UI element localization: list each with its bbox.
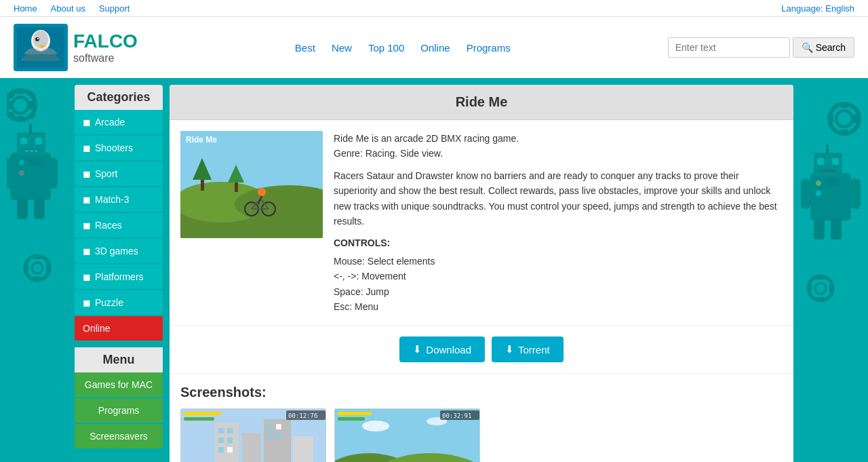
sidebar-item-3dgames[interactable]: ◼ 3D games [75, 239, 163, 263]
arcade-label: Arcade [95, 117, 125, 128]
shooters-icon: ◼ [83, 142, 91, 153]
screenshots-section: Screenshots: [170, 373, 793, 462]
language-selector: Language: English [781, 3, 854, 14]
svg-rect-32 [34, 199, 45, 219]
svg-rect-110 [801, 178, 810, 209]
game-desc2: Racers Sataur and Drawster know no barri… [334, 168, 783, 229]
svg-point-4 [35, 37, 39, 41]
nav-best[interactable]: Best [287, 39, 323, 56]
svg-rect-30 [28, 158, 42, 166]
left-decoration [7, 85, 68, 462]
races-label: Races [95, 220, 122, 231]
sidebar-item-shooters[interactable]: ◼ Shooters [75, 136, 163, 160]
svg-rect-37 [24, 264, 28, 272]
menu-item-programs[interactable]: Programs [75, 398, 163, 423]
races-icon: ◼ [83, 220, 91, 231]
svg-rect-8 [16, 89, 24, 94]
nav-about[interactable]: About us [51, 3, 85, 14]
menu-item-screensavers[interactable]: Screensavers [75, 424, 163, 448]
sidebar-item-arcade[interactable]: ◼ Arcade [75, 110, 163, 134]
download-button[interactable]: ⬇ Download [399, 336, 485, 362]
3dgames-label: 3D games [95, 246, 138, 256]
svg-point-25 [28, 119, 33, 124]
svg-rect-23 [35, 150, 37, 152]
svg-rect-62 [218, 438, 224, 443]
logo-brand: FALCO [73, 31, 138, 52]
search-input[interactable] [668, 37, 790, 58]
header: FALCO software Best New Top 100 Online P… [0, 17, 868, 78]
controls-label: CONTROLS: [334, 235, 783, 250]
sidebar-item-platformers[interactable]: ◼ Platformers [75, 265, 163, 289]
svg-rect-61 [227, 428, 233, 434]
torrent-button[interactable]: ⬇ Torrent [492, 336, 564, 362]
svg-point-113 [816, 191, 821, 196]
video-thumbnail[interactable]: Ride Me [180, 131, 323, 238]
svg-rect-75 [184, 417, 214, 421]
nav-online[interactable]: Online [412, 39, 458, 56]
svg-point-7 [12, 97, 28, 113]
sidebar-item-sport[interactable]: ◼ Sport [75, 161, 163, 186]
logo-area: FALCO software [14, 24, 138, 71]
svg-rect-94 [338, 417, 365, 421]
right-decoration [800, 85, 861, 462]
screenshot-2[interactable]: 00:32:91 [334, 408, 480, 462]
svg-rect-102 [852, 115, 858, 123]
svg-rect-9 [16, 116, 24, 121]
screenshot-1[interactable]: 00:12:76 [180, 408, 326, 462]
control-3: Space: Jump [334, 284, 783, 299]
svg-rect-18 [20, 138, 27, 145]
svg-rect-115 [814, 219, 825, 239]
nav-home[interactable]: Home [14, 3, 37, 14]
action-buttons: ⬇ Download ⬇ Torrent [170, 325, 793, 373]
arcade-icon: ◼ [83, 117, 91, 128]
torrent-label: Torrent [518, 344, 550, 355]
main-nav: Best New Top 100 Online Programs [287, 39, 519, 56]
download-label: Download [426, 344, 471, 355]
sidebar-item-online[interactable]: Online [75, 316, 163, 341]
online-label: Online [83, 323, 110, 334]
logo-text-area: FALCO software [73, 31, 138, 64]
svg-rect-74 [184, 412, 221, 415]
nav-new[interactable]: New [323, 39, 360, 56]
menu-item-games-mac[interactable]: Games for MAC [75, 372, 163, 397]
svg-rect-66 [268, 424, 273, 429]
screenshots-grid: 00:12:76 [180, 408, 783, 462]
logo-sub: software [73, 52, 138, 64]
svg-rect-26 [7, 158, 13, 189]
svg-rect-63 [227, 438, 233, 443]
nav-top100[interactable]: Top 100 [360, 39, 412, 56]
nav-support[interactable]: Support [99, 3, 130, 14]
main-wrapper: Categories ◼ Arcade ◼ Shooters ◼ Sport ◼… [0, 78, 868, 462]
categories-title: Categories [75, 85, 163, 110]
svg-rect-116 [831, 219, 842, 239]
language-label: Language: [781, 3, 823, 14]
logo-image [14, 24, 68, 71]
match3-icon: ◼ [83, 194, 91, 205]
nav-programs[interactable]: Programs [458, 39, 519, 56]
svg-rect-59 [293, 436, 313, 462]
control-4: Esc: Menu [334, 299, 783, 314]
sidebar-item-puzzle[interactable]: ◼ Puzzle [75, 290, 163, 315]
svg-point-34 [32, 263, 43, 273]
video-label: Ride Me [186, 135, 217, 145]
match3-label: Match-3 [95, 194, 130, 205]
top-bar: Home About us Support Language: English [0, 0, 868, 17]
svg-rect-11 [28, 101, 34, 109]
search-button[interactable]: 🔍 Search [793, 37, 854, 58]
puzzle-label: Puzzle [95, 297, 123, 308]
sidebar-item-match3[interactable]: ◼ Match-3 [75, 187, 163, 212]
svg-point-28 [19, 160, 24, 166]
svg-point-29 [19, 170, 24, 176]
svg-point-118 [815, 283, 826, 294]
sidebar-item-races[interactable]: ◼ Races [75, 213, 163, 237]
3dgames-icon: ◼ [83, 246, 91, 256]
screenshots-title: Screenshots: [180, 385, 783, 400]
game-video: Ride Me [180, 131, 323, 314]
controls-section: CONTROLS: Mouse: Select elements <-, ->:… [334, 235, 783, 314]
svg-rect-107 [820, 169, 836, 172]
download-icon: ⬇ [413, 343, 422, 355]
language-value[interactable]: English [825, 3, 854, 14]
svg-rect-60 [218, 428, 224, 434]
svg-rect-100 [840, 130, 848, 135]
game-content: Ride Me Ride Me is an arcade 2D BMX raci… [170, 120, 793, 325]
